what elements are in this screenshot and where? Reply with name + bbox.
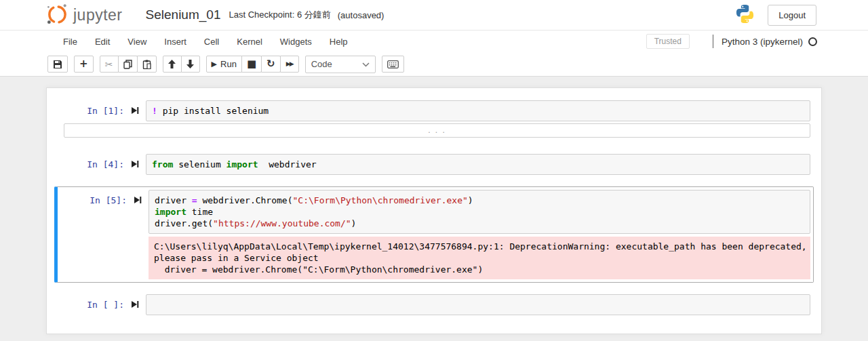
command-palette-button[interactable] bbox=[382, 56, 404, 73]
trusted-badge: Trusted bbox=[646, 34, 690, 49]
code-input[interactable]: ! pip install selenium bbox=[146, 100, 810, 121]
code-input[interactable]: from selenium import webdriver bbox=[146, 154, 810, 175]
code-cell-1[interactable]: In [1]: ! pip install selenium . . . bbox=[54, 97, 814, 141]
menu-widgets[interactable]: Widgets bbox=[271, 33, 321, 50]
code-segment: ) bbox=[468, 195, 473, 205]
run-button[interactable]: ▶ Run bbox=[206, 56, 242, 73]
python-logo-icon bbox=[734, 3, 755, 27]
code-input[interactable]: driver = webdriver.Chrome("C:\Form\Pytho… bbox=[149, 190, 810, 234]
cell-type-value: Code bbox=[311, 59, 362, 69]
header: jupyter Selenium_01 Last Checkpoint: 6 分… bbox=[0, 0, 868, 31]
jupyter-logo[interactable]: jupyter bbox=[46, 3, 123, 28]
collapsed-output[interactable]: . . . bbox=[64, 123, 810, 138]
code-cell-2[interactable]: In [4]: from selenium import webdriver bbox=[54, 151, 814, 178]
menu-kernel[interactable]: Kernel bbox=[228, 33, 271, 50]
fast-forward-icon: ▶▶ bbox=[286, 61, 293, 67]
play-icon: ▶ bbox=[212, 60, 217, 68]
code-input[interactable] bbox=[146, 294, 810, 315]
run-button-label: Run bbox=[220, 59, 237, 69]
restart-kernel-button[interactable]: ↻ bbox=[261, 56, 281, 73]
cell-expand-icon[interactable] bbox=[124, 154, 146, 168]
paste-icon bbox=[142, 60, 151, 69]
save-icon bbox=[53, 60, 62, 69]
code-segment: ! bbox=[152, 106, 157, 116]
code-cell-4-empty[interactable]: In [ ]: bbox=[54, 291, 814, 319]
checkpoint-text: Last Checkpoint: 6 分鐘前 bbox=[229, 9, 330, 21]
plus-icon: + bbox=[79, 59, 88, 69]
move-cell-down-button[interactable] bbox=[181, 56, 200, 73]
code-segment: "C:\Form\Python\chromedriver.exe" bbox=[293, 195, 468, 205]
restart-icon: ↻ bbox=[267, 59, 275, 69]
input-prompt: In [4]: bbox=[58, 154, 124, 169]
code-segment: webdriver.Chrome( bbox=[197, 195, 293, 205]
chevron-down-icon bbox=[362, 59, 370, 69]
logout-button[interactable]: Logout bbox=[768, 5, 816, 26]
notebook-title[interactable]: Selenium_01 bbox=[146, 7, 221, 22]
menu-view[interactable]: View bbox=[119, 33, 155, 50]
menu-insert[interactable]: Insert bbox=[155, 33, 195, 50]
input-prompt: In [ ]: bbox=[58, 294, 124, 310]
copy-cell-button[interactable] bbox=[118, 56, 138, 73]
arrow-down-icon bbox=[186, 60, 194, 68]
input-prompt: In [1]: bbox=[58, 100, 124, 116]
notebook-page: In [1]: ! pip install selenium . . . In … bbox=[0, 77, 868, 341]
input-prompt: In [5]: bbox=[60, 190, 127, 205]
copy-icon bbox=[123, 60, 132, 69]
cell-type-dropdown[interactable]: Code bbox=[305, 56, 376, 73]
code-segment: selenium bbox=[173, 159, 226, 169]
menu-help[interactable]: Help bbox=[321, 33, 357, 50]
restart-run-all-button[interactable]: ▶▶ bbox=[280, 56, 299, 73]
autosave-text: (autosaved) bbox=[338, 10, 384, 20]
code-segment: ) bbox=[351, 218, 357, 228]
stderr-line: please pass in a Service object bbox=[154, 252, 805, 264]
menu-edit[interactable]: Edit bbox=[86, 33, 119, 50]
kernel-idle-icon bbox=[808, 37, 817, 46]
paste-cell-button[interactable] bbox=[137, 56, 157, 73]
cell-expand-icon[interactable] bbox=[127, 190, 149, 204]
code-segment: time bbox=[186, 207, 213, 217]
jupyter-logo-icon bbox=[46, 3, 68, 28]
stop-icon: ■ bbox=[247, 59, 256, 69]
move-cell-up-button[interactable] bbox=[163, 56, 182, 73]
add-cell-button[interactable]: + bbox=[74, 56, 94, 73]
stderr-output: C:\Users\lilyq\AppData\Local\Temp\ipyker… bbox=[149, 237, 810, 279]
code-segment: driver.get( bbox=[155, 218, 213, 228]
code-segment: = bbox=[192, 195, 197, 205]
jupyter-logo-text: jupyter bbox=[73, 6, 123, 24]
notebook-container: In [1]: ! pip install selenium . . . In … bbox=[46, 87, 822, 334]
code-segment: import bbox=[155, 207, 186, 217]
scissors-icon: ✂ bbox=[105, 60, 113, 69]
cut-cell-button[interactable]: ✂ bbox=[100, 56, 119, 73]
code-segment: webdriver bbox=[258, 159, 317, 169]
kernel-name[interactable]: Python 3 (ipykernel) bbox=[722, 37, 803, 47]
stop-kernel-button[interactable]: ■ bbox=[241, 56, 262, 73]
save-button[interactable] bbox=[47, 56, 68, 73]
menu-cell[interactable]: Cell bbox=[195, 33, 228, 50]
toolbar: + ✂ ▶ Run bbox=[0, 52, 868, 77]
stderr-line: driver = webdriver.Chrome("C:\Form\Pytho… bbox=[154, 264, 805, 275]
code-segment: pip install selenium bbox=[157, 106, 269, 116]
kernel-divider bbox=[713, 35, 713, 48]
code-segment: import bbox=[226, 159, 258, 169]
menu-file[interactable]: File bbox=[54, 33, 86, 50]
code-segment: "https://www.youtube.com/" bbox=[213, 218, 351, 228]
cell-expand-icon[interactable] bbox=[124, 100, 146, 115]
keyboard-icon bbox=[387, 60, 399, 68]
menubar: File Edit View Insert Cell Kernel Widget… bbox=[0, 31, 868, 52]
arrow-up-icon bbox=[168, 60, 176, 68]
stderr-line: C:\Users\lilyq\AppData\Local\Temp\ipyker… bbox=[154, 241, 805, 252]
code-cell-3-selected[interactable]: In [5]: driver = webdriver.Chrome("C:\Fo… bbox=[54, 186, 814, 283]
cell-expand-icon[interactable] bbox=[124, 294, 146, 308]
code-segment: from bbox=[152, 159, 173, 169]
code-segment: driver bbox=[155, 195, 192, 205]
